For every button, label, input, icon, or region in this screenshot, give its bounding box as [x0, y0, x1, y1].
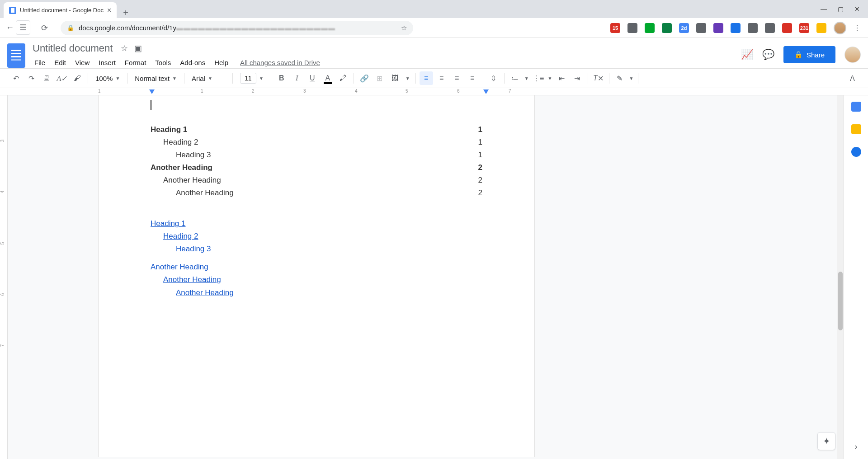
bold-button[interactable]: B — [275, 71, 288, 85]
toc-entry[interactable]: Another Heading2 — [151, 161, 482, 174]
redo-button[interactable]: ↷ — [24, 71, 38, 85]
paint-format-button[interactable]: 🖌 — [71, 71, 84, 85]
menu-help[interactable]: Help — [211, 57, 232, 68]
extension-icon[interactable] — [645, 23, 655, 33]
extension-icon[interactable] — [662, 23, 672, 33]
bookmark-star-icon[interactable]: ☆ — [401, 24, 407, 32]
insert-link-button[interactable]: 🔗 — [358, 71, 371, 85]
undo-button[interactable]: ↶ — [9, 71, 23, 85]
align-right-button[interactable]: ≡ — [450, 71, 464, 85]
horizontal-ruler[interactable]: 11234567 — [98, 88, 868, 95]
calendar-icon[interactable] — [851, 102, 861, 112]
spellcheck-button[interactable]: A✓ — [55, 71, 69, 85]
toc-entry[interactable]: Heading 31 — [151, 149, 482, 161]
move-folder-icon[interactable]: ▣ — [134, 43, 142, 53]
scrollbar-thumb[interactable] — [838, 272, 843, 330]
zoom-select[interactable]: 100% ▼ — [92, 75, 123, 82]
account-avatar[interactable] — [844, 47, 861, 63]
toc-entry[interactable]: Another Heading2 — [151, 187, 482, 199]
align-justify-button[interactable]: ≡ — [466, 71, 479, 85]
toc-link[interactable]: Heading 3 — [176, 243, 482, 255]
comments-icon[interactable]: 💬 — [762, 49, 774, 61]
extension-icon[interactable] — [765, 23, 775, 33]
extension-icon[interactable] — [627, 23, 637, 33]
extension-icon[interactable] — [696, 23, 706, 33]
chevron-down-icon[interactable]: ▼ — [404, 76, 412, 81]
side-panel-expand-icon[interactable]: › — [855, 442, 858, 452]
line-spacing-button[interactable]: ⇳ — [487, 71, 500, 85]
decrease-indent-button[interactable]: ⇤ — [555, 71, 569, 85]
italic-button[interactable]: I — [290, 71, 304, 85]
bulleted-list-button[interactable]: ⋮≡ — [532, 71, 545, 85]
align-left-button[interactable]: ≡ — [420, 71, 433, 85]
menu-add-ons[interactable]: Add-ons — [176, 57, 209, 68]
chrome-menu-icon[interactable]: ⋮ — [854, 24, 861, 32]
table-of-contents-links[interactable]: Heading 1Heading 2Heading 3Another Headi… — [151, 217, 482, 299]
toc-entry[interactable]: Another Heading2 — [151, 174, 482, 187]
ruler[interactable]: 11234567 — [0, 88, 868, 95]
tasks-icon[interactable] — [851, 147, 861, 157]
browser-tab[interactable]: Untitled document - Google Doc × — [4, 2, 117, 18]
back-button[interactable]: ← — [5, 23, 15, 33]
new-tab-button[interactable]: + — [117, 8, 135, 18]
toc-entry[interactable]: Heading 11 — [151, 123, 482, 136]
extension-icon[interactable] — [816, 23, 826, 33]
numbered-list-button[interactable]: ≔ — [508, 71, 522, 85]
insert-comment-button[interactable]: ⊞ — [373, 71, 387, 85]
save-status[interactable]: All changes saved in Drive — [240, 59, 320, 66]
page[interactable]: Heading 11Heading 21Heading 31Another He… — [98, 95, 535, 457]
font-size-select[interactable]: ▼ — [236, 73, 267, 84]
extension-icon[interactable] — [748, 23, 758, 33]
toc-link[interactable]: Another Heading — [151, 261, 482, 273]
reload-button[interactable]: ⟳ — [39, 23, 50, 33]
underline-button[interactable]: U — [306, 71, 319, 85]
collapse-toolbar-button[interactable]: ᐱ — [845, 71, 859, 85]
vertical-ruler[interactable]: 34567 — [0, 95, 8, 459]
document-title[interactable]: Untitled document — [31, 42, 114, 55]
scrollbar[interactable] — [837, 95, 844, 459]
star-document-icon[interactable]: ☆ — [121, 43, 128, 53]
font-size-input[interactable] — [240, 73, 256, 84]
close-tab-icon[interactable]: × — [107, 6, 111, 14]
explore-button[interactable]: ✦ — [817, 432, 835, 450]
highlight-button[interactable]: 🖍 — [336, 71, 350, 85]
toc-link[interactable]: Heading 2 — [163, 230, 482, 243]
document-canvas[interactable]: Heading 11Heading 21Heading 31Another He… — [8, 95, 837, 459]
font-select[interactable]: Arial ▼ — [188, 75, 229, 82]
indent-marker-right[interactable] — [483, 89, 489, 94]
indent-marker-left[interactable] — [149, 89, 155, 94]
clear-formatting-button[interactable]: T✕ — [592, 71, 605, 85]
chevron-down-icon[interactable]: ▼ — [628, 76, 635, 81]
menu-insert[interactable]: Insert — [95, 57, 119, 68]
align-center-button[interactable]: ≡ — [435, 71, 448, 85]
extension-icon[interactable]: 15 — [610, 23, 620, 33]
menu-edit[interactable]: Edit — [51, 57, 70, 68]
print-button[interactable]: 🖶 — [40, 71, 53, 85]
extension-icon[interactable]: 231 — [799, 23, 809, 33]
chrome-profile-avatar[interactable] — [834, 22, 846, 34]
chevron-down-icon[interactable]: ▼ — [547, 76, 553, 81]
menu-view[interactable]: View — [71, 57, 93, 68]
extension-icon[interactable] — [782, 23, 792, 33]
menu-file[interactable]: File — [31, 57, 49, 68]
toc-link[interactable]: Another Heading — [163, 273, 482, 286]
toc-link[interactable]: Another Heading — [176, 287, 482, 299]
text-color-button[interactable]: A — [321, 71, 335, 85]
maximize-icon[interactable]: ▢ — [838, 5, 844, 13]
share-button[interactable]: 🔒 Share — [783, 46, 835, 63]
menu-format[interactable]: Format — [121, 57, 150, 68]
outline-toggle-button[interactable]: ☰ — [16, 20, 30, 35]
insert-image-button[interactable]: 🖼 — [388, 71, 402, 85]
extension-icon[interactable] — [731, 23, 741, 33]
activity-icon[interactable]: 📈 — [741, 49, 753, 61]
table-of-contents-plain[interactable]: Heading 11Heading 21Heading 31Another He… — [151, 123, 482, 199]
minimize-icon[interactable]: — — [821, 5, 827, 13]
address-bar[interactable]: 🔒 docs.google.com/document/d/1y▬▬▬▬▬▬▬▬▬… — [61, 21, 413, 35]
editing-mode-button[interactable]: ✎ — [613, 71, 627, 85]
keep-icon[interactable] — [851, 124, 861, 134]
toc-link[interactable]: Heading 1 — [151, 217, 482, 230]
close-window-icon[interactable]: ✕ — [854, 5, 860, 13]
menu-tools[interactable]: Tools — [151, 57, 175, 68]
extension-icon[interactable] — [713, 23, 723, 33]
increase-indent-button[interactable]: ⇥ — [571, 71, 584, 85]
